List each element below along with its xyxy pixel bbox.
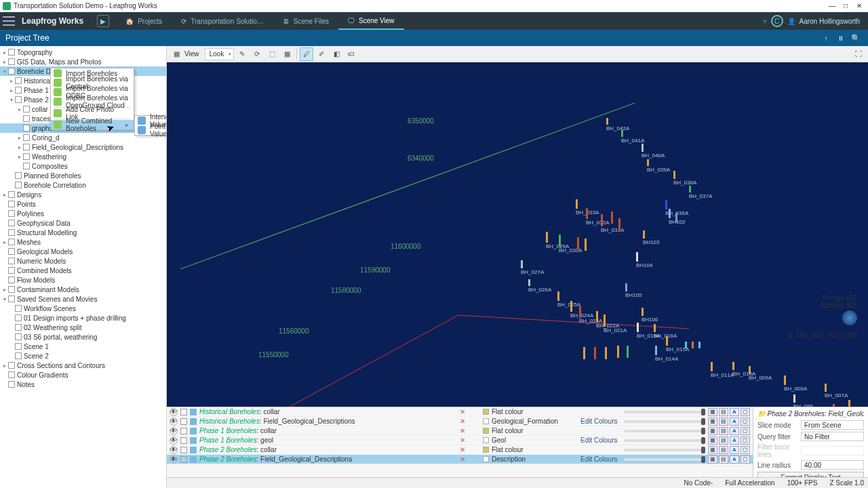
layer-btn-b[interactable]: ▤ <box>719 436 728 445</box>
tree-checkbox[interactable] <box>15 182 22 188</box>
opacity-slider[interactable] <box>624 430 705 432</box>
scene-3d-view[interactable]: 11550000 11560000 11580000 11590000 1160… <box>167 62 868 407</box>
borehole-marker[interactable] <box>585 239 587 251</box>
tree-twisty-icon[interactable]: ▾ <box>8 96 15 103</box>
borehole-marker[interactable] <box>698 342 701 348</box>
tree-twisty-icon[interactable]: ▸ <box>16 153 23 160</box>
tree-twisty-icon[interactable] <box>8 333 15 340</box>
remove-layer-icon[interactable]: ✕ <box>460 436 468 444</box>
tool-expand-icon[interactable]: ⛶ <box>852 47 865 61</box>
tree-twisty-icon[interactable]: ▸ <box>1 286 8 293</box>
tree-item[interactable]: Borehole Correlation <box>0 180 166 190</box>
borehole-marker[interactable] <box>675 213 677 222</box>
opacity-slider[interactable] <box>624 449 705 451</box>
tree-twisty-icon[interactable] <box>8 172 15 179</box>
layer-btn-c[interactable]: A <box>730 427 739 435</box>
tree-checkbox[interactable] <box>23 115 30 122</box>
opacity-slider[interactable] <box>624 458 705 461</box>
tree-checkbox[interactable] <box>15 87 22 94</box>
borehole-marker[interactable]: BH_011A <box>711 362 734 378</box>
pause-icon[interactable]: ⏸ <box>834 31 848 45</box>
tree-twisty-icon[interactable] <box>1 210 8 217</box>
context-submenu[interactable]: Interval ValuesPoint Values <box>134 115 167 136</box>
tree-twisty-icon[interactable] <box>1 229 8 236</box>
view-toggle-icon[interactable]: ▦ <box>170 47 183 61</box>
tree-twisty-icon[interactable] <box>1 371 8 378</box>
remove-layer-icon[interactable]: ✕ <box>460 455 468 463</box>
app-tab[interactable]: 🖵Scene View <box>338 12 404 30</box>
layer-btn-b[interactable]: ▤ <box>719 427 728 435</box>
tool-eraser-icon[interactable]: ◧ <box>330 47 343 61</box>
tree-twisty-icon[interactable] <box>8 305 15 312</box>
tree-item[interactable]: ▸GIS Data, Maps and Photos <box>0 57 166 66</box>
borehole-marker[interactable]: BH_007A <box>825 384 848 399</box>
layer-checkbox[interactable] <box>180 447 187 453</box>
borehole-marker[interactable]: BH_026A <box>528 279 551 293</box>
tree-item[interactable]: ▸Contaminant Models <box>0 285 166 294</box>
query-filter-dropdown[interactable]: No Filter <box>801 432 864 441</box>
tree-item[interactable]: Structural Modelling <box>0 228 166 237</box>
edit-colours-link[interactable]: Edit Colours <box>580 455 621 463</box>
tree-checkbox[interactable] <box>8 362 15 369</box>
tree-twisty-icon[interactable]: ▸ <box>1 49 8 56</box>
tree-item[interactable]: ▸Field_Geological_Descriptions <box>0 142 166 152</box>
tree-checkbox[interactable] <box>8 201 15 207</box>
remove-layer-icon[interactable]: ✕ <box>460 418 468 425</box>
layer-btn-a[interactable]: ▦ <box>708 436 717 445</box>
layer-btn-c[interactable]: A <box>730 418 739 426</box>
tree-twisty-icon[interactable] <box>8 352 15 359</box>
tree-checkbox[interactable] <box>23 125 30 131</box>
edit-colours-link[interactable]: Edit Colours <box>580 436 621 444</box>
borehole-marker[interactable]: BH_042A <box>606 118 629 131</box>
tree-item[interactable]: 02 Weathering split <box>0 323 166 332</box>
tree-twisty-icon[interactable] <box>1 277 8 283</box>
tree-checkbox[interactable] <box>8 371 15 378</box>
tree-twisty-icon[interactable]: ▸ <box>16 106 23 113</box>
tree-item[interactable]: Combined Models <box>0 266 166 275</box>
layer-colour-mode[interactable]: Flat colour <box>483 446 578 453</box>
tool-tag-icon[interactable]: 🏷 <box>344 47 358 61</box>
remove-layer-icon[interactable]: ✕ <box>460 408 468 415</box>
tree-item[interactable]: ▸Weathering <box>0 152 166 161</box>
layer-checkbox[interactable] <box>180 418 187 425</box>
tree-item[interactable]: Composites <box>0 161 166 171</box>
tree-item[interactable]: Scene 2 <box>0 351 166 361</box>
tree-item[interactable]: Flow Models <box>0 275 166 285</box>
layer-row[interactable]: 👁Phase 2 Boreholes: Field_Geological_Des… <box>167 455 753 464</box>
layer-btn-d[interactable]: ▢ <box>741 427 750 435</box>
tree-checkbox[interactable] <box>8 210 15 217</box>
tree-item[interactable]: ▸Topography <box>0 47 166 57</box>
layer-row[interactable]: 👁Phase 1 Boreholes: geol✕GeolEdit Colour… <box>167 436 753 445</box>
layer-btn-b[interactable]: ▤ <box>719 408 728 416</box>
opacity-slider[interactable] <box>624 420 705 423</box>
tree-twisty-icon[interactable] <box>8 182 15 188</box>
tree-item[interactable]: 03 S6 portal, weathering <box>0 332 166 342</box>
tree-checkbox[interactable] <box>15 352 22 359</box>
layer-btn-d[interactable]: ▢ <box>741 408 750 416</box>
visibility-icon[interactable]: 👁 <box>170 418 178 426</box>
layer-btn-a[interactable]: ▦ <box>708 446 717 454</box>
edit-colours-link[interactable]: Edit Colours <box>580 418 621 425</box>
tree-twisty-icon[interactable] <box>8 324 15 331</box>
tree-checkbox[interactable] <box>8 258 15 264</box>
maximize-button[interactable]: □ <box>840 1 852 11</box>
tree-checkbox[interactable] <box>23 144 30 150</box>
tree-checkbox[interactable] <box>8 191 15 198</box>
tree-item[interactable]: ▾Saved Scenes and Movies <box>0 294 166 304</box>
look-dropdown[interactable]: Look <box>205 48 235 60</box>
tree-checkbox[interactable] <box>23 106 30 113</box>
tree-checkbox[interactable] <box>15 96 22 103</box>
tree-twisty-icon[interactable] <box>1 267 8 274</box>
layer-colour-mode[interactable]: Geol <box>483 436 578 444</box>
borehole-marker[interactable] <box>605 347 607 359</box>
layer-btn-a[interactable]: ▦ <box>708 408 717 416</box>
menu-item[interactable]: Add Core Photo Link <box>51 108 134 118</box>
tool-marker-icon[interactable]: 🖊 <box>300 47 313 61</box>
layer-colour-mode[interactable]: Geological_Formation <box>483 418 578 425</box>
user-menu[interactable]: ⑂ C 👤 Aaron Hollingsworth <box>763 15 866 27</box>
remove-layer-icon[interactable]: ✕ <box>460 427 468 434</box>
layer-btn-b[interactable]: ▤ <box>719 418 728 426</box>
tool-draw-icon[interactable]: ✐ <box>315 47 328 61</box>
tree-item[interactable]: Planned Boreholes <box>0 171 166 180</box>
layer-btn-d[interactable]: ▢ <box>741 418 750 426</box>
